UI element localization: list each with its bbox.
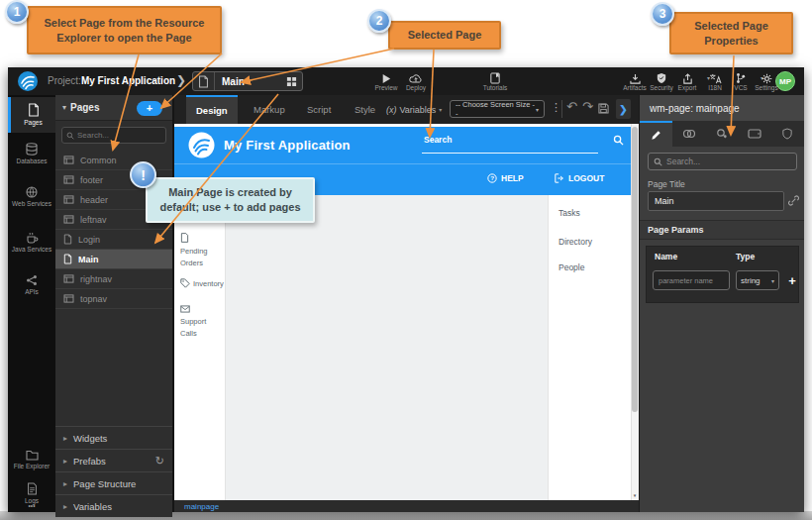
section-page-structure[interactable]: ▸Page Structure <box>55 471 172 494</box>
tab-security[interactable] <box>771 121 804 147</box>
preview-app-title: My First Application <box>224 138 351 153</box>
tutorials-button[interactable]: Tutorials <box>475 70 515 94</box>
panel-item-tasks[interactable]: Tasks <box>558 208 580 218</box>
preview-search-underline <box>422 153 598 154</box>
i18n-translate-icon <box>709 73 722 84</box>
add-page-button[interactable]: + <box>137 101 162 116</box>
tab-styles[interactable] <box>672 121 705 147</box>
section-variables[interactable]: ▸Variables <box>55 494 172 517</box>
properties-search[interactable] <box>648 153 797 170</box>
chevron-down-icon: ▾ <box>439 106 442 113</box>
undo-button[interactable]: ↶ <box>566 99 577 114</box>
variables-dropdown[interactable]: (x) Variables ▾ <box>386 95 442 124</box>
mail-icon <box>180 305 190 313</box>
rail-item-databases[interactable]: Databases <box>8 137 55 172</box>
page-item-rightnav[interactable]: rightnav <box>55 269 172 289</box>
refresh-icon[interactable]: ↻ <box>155 455 164 468</box>
nav-item-support-calls[interactable]: Support Calls <box>180 305 224 340</box>
user-avatar[interactable]: MP <box>775 71 795 91</box>
column-name: Name <box>655 252 677 261</box>
annotation-step3-number: 3 <box>651 2 674 26</box>
partial-icon <box>63 215 74 224</box>
annotation-note-symbol: ! <box>130 161 156 188</box>
save-button[interactable] <box>598 103 609 114</box>
page-item-topnav[interactable]: topnav <box>55 289 172 309</box>
add-param-button[interactable]: + <box>785 270 799 290</box>
pages-search[interactable] <box>61 127 166 144</box>
rail-item-file-explorer[interactable]: File Explorer <box>8 444 55 477</box>
annotation-note: Main Page is created by default; use + t… <box>146 177 315 223</box>
tab-style[interactable]: Style <box>345 95 385 124</box>
section-prefabs[interactable]: ▸Prefabs↻ <box>55 449 172 471</box>
statusbar-page-tab[interactable]: mainpage <box>184 502 219 511</box>
pages-panel-title: Pages <box>70 102 99 113</box>
page-icon <box>193 72 215 90</box>
grid-icon[interactable] <box>280 76 302 87</box>
panel-item-directory[interactable]: Directory <box>558 237 592 247</box>
help-link[interactable]: ? HELP <box>487 173 524 183</box>
caret-right-icon: ▸ <box>63 479 67 488</box>
wavemaker-logo-icon[interactable] <box>17 70 39 92</box>
project-name: Project:My First Application <box>48 75 175 86</box>
collapse-panel-button[interactable]: ❯ <box>616 99 631 119</box>
rail-more-button[interactable]: ••• <box>8 501 55 512</box>
tab-properties[interactable] <box>640 121 672 147</box>
page-icon <box>63 234 72 245</box>
partial-icon <box>63 195 74 204</box>
rail-item-java-services[interactable]: Java Services <box>8 222 55 263</box>
logout-link[interactable]: LOGOUT <box>555 173 604 183</box>
scrollbar-thumb[interactable] <box>632 127 638 412</box>
rail-item-pages[interactable]: Pages <box>8 97 55 133</box>
tab-markup[interactable]: Markup <box>244 95 295 124</box>
pages-search-input[interactable] <box>77 131 156 140</box>
properties-tabs <box>640 121 804 147</box>
preview-search-label[interactable]: Search <box>424 135 452 145</box>
page-params-header: Page Params <box>640 220 804 240</box>
rail-item-apis[interactable]: APIs <box>8 267 55 303</box>
param-name-input[interactable] <box>653 270 730 290</box>
properties-search-input[interactable] <box>666 156 780 166</box>
tab-design[interactable]: Design <box>186 95 238 124</box>
panel-item-people[interactable]: People <box>558 262 584 272</box>
page-item-main[interactable]: Main <box>55 250 172 269</box>
pages-panel: ▾ Pages + Common footer header leftnav L… <box>55 95 174 512</box>
help-icon: ? <box>487 173 497 183</box>
tab-device[interactable] <box>739 121 771 147</box>
partial-icon <box>63 175 74 184</box>
open-page-tab-label: Main <box>215 76 280 87</box>
preview-content-area[interactable] <box>226 195 548 500</box>
redo-button[interactable]: ↷ <box>582 99 593 114</box>
nav-item-inventory[interactable]: Inventory <box>180 278 224 290</box>
caret-right-icon: ▸ <box>63 502 67 511</box>
page-item-login[interactable]: Login <box>55 230 172 250</box>
screen-size-select[interactable]: -- Choose Screen Size -- ▾ <box>450 100 545 118</box>
open-page-tab[interactable]: Main <box>192 71 303 91</box>
pages-icon <box>28 103 40 117</box>
tab-script[interactable]: Script <box>297 95 341 124</box>
partial-icon <box>63 156 74 164</box>
page-title-input[interactable] <box>648 191 784 211</box>
preview-left-nav: Pending Orders Inventory Support Calls <box>174 195 226 500</box>
tab-events[interactable] <box>705 121 738 147</box>
preview-app-logo-icon <box>188 132 215 158</box>
more-options-button[interactable]: ⋮ <box>551 101 561 114</box>
deploy-button[interactable]: Deploy <box>396 70 436 94</box>
screenshot-stage: Project:My First Application ❯ Main Prev… <box>0 0 812 520</box>
chevron-down-icon: ▾ <box>771 277 774 284</box>
param-type-select[interactable]: string ▾ <box>736 270 779 290</box>
search-icon[interactable] <box>613 135 624 146</box>
rail-item-web-services[interactable]: Web Services <box>8 176 55 218</box>
properties-panel: wm-page: mainpage Page Title Page Params… <box>639 95 804 512</box>
column-type: Type <box>736 252 755 261</box>
section-widgets[interactable]: ▸Widgets <box>55 426 172 449</box>
cloud-upload-icon <box>409 73 423 84</box>
caret-right-icon: ▸ <box>63 434 67 443</box>
bind-link-icon[interactable] <box>788 195 799 206</box>
nav-item-pending-orders[interactable]: Pending Orders <box>180 233 224 269</box>
ide-window: Project:My First Application ❯ Main Prev… <box>8 67 804 512</box>
properties-header: wm-page: mainpage <box>640 95 804 121</box>
scrollbar-down-arrow[interactable]: ▾ <box>631 490 639 500</box>
play-icon <box>381 73 391 84</box>
download-icon <box>630 73 641 84</box>
databases-icon <box>26 143 38 156</box>
